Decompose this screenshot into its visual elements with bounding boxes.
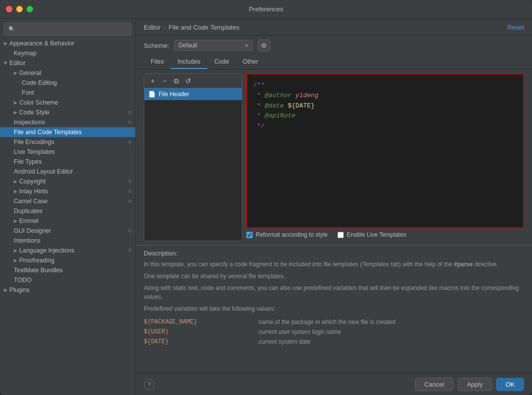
content-header: Editor › File and Code Templates Reset (136, 19, 532, 36)
apply-button[interactable]: Apply (458, 378, 493, 391)
tab-includes[interactable]: Includes (170, 55, 207, 69)
window-title: Preferences (249, 5, 283, 13)
copy-template-button[interactable]: ⧉ (171, 76, 182, 86)
sidebar-item-intentions[interactable]: Intentions (0, 236, 135, 246)
sidebar-item-camel-case[interactable]: Camel Case ⧉ (0, 196, 135, 206)
description-para-2: Along with static text, code and comment… (144, 284, 524, 301)
copy-icon: ⧉ (128, 228, 132, 234)
help-button[interactable]: ? (144, 379, 155, 390)
sidebar-item-color-scheme[interactable]: ▶ Color Scheme (0, 98, 135, 108)
sidebar-item-keymap[interactable]: Keymap (0, 48, 135, 58)
sidebar-item-font[interactable]: Font (0, 88, 135, 98)
sidebar-item-android-layout-editor[interactable]: Android Layout Editor (0, 167, 135, 177)
search-input[interactable] (18, 26, 127, 33)
sidebar-item-label: Plugins (9, 287, 30, 293)
sidebar-item-label: File Encodings (14, 139, 54, 145)
variable-name: ${USER} (144, 327, 259, 337)
sidebar-item-label: Copyright (19, 178, 46, 185)
scheme-select[interactable]: Default Project (174, 40, 253, 51)
copy-icon: ⧉ (128, 109, 132, 115)
code-line: * @apiNote (253, 111, 517, 121)
gear-button[interactable]: ⚙ (258, 39, 270, 51)
sidebar-item-live-templates[interactable]: Live Templates (0, 147, 135, 157)
breadcrumb-current: File and Code Templates (168, 24, 239, 31)
sidebar-item-label: Inspections (14, 119, 45, 126)
tab-code[interactable]: Code (207, 55, 236, 69)
sidebar-item-gui-designer[interactable]: GUI Designer ⧉ (0, 226, 135, 236)
remove-template-button[interactable]: − (159, 76, 170, 86)
tab-other[interactable]: Other (236, 55, 265, 69)
copy-icon: ⧉ (128, 119, 132, 125)
reformat-checkbox[interactable] (246, 232, 253, 238)
sidebar-item-todo[interactable]: TODO (0, 275, 135, 285)
variable-desc: current system date (259, 337, 524, 347)
chevron-icon: ▶ (4, 287, 7, 292)
sidebar-item-emmet[interactable]: ▶ Emmet (0, 216, 135, 226)
reformat-option: Reformat according to style (246, 231, 328, 238)
cancel-button[interactable]: Cancel (415, 378, 453, 391)
chevron-icon: ▶ (14, 71, 17, 75)
sidebar-item-label: Code Style (19, 109, 49, 116)
editor-area: + − ⧉ ↺ 📄 File Header /** (136, 70, 532, 245)
scheme-select-wrapper: Default Project ▼ (174, 40, 253, 51)
chevron-icon: ▶ (3, 62, 8, 65)
minimize-button[interactable] (16, 6, 23, 12)
file-icon: 📄 (148, 91, 156, 98)
variable-name: ${DATE} (144, 337, 259, 347)
code-line: /** (253, 80, 517, 91)
sidebar-item-label: Color Scheme (19, 99, 58, 106)
search-box[interactable]: 🔍 (4, 23, 132, 36)
sidebar-item-label: Intentions (14, 237, 40, 244)
template-item-file-header[interactable]: 📄 File Header (144, 88, 242, 100)
sidebar-item-code-style[interactable]: ▶ Code Style ⧉ (0, 108, 135, 117)
main-area: 🔍 ▶ Appearance & Behavior Keymap ▶ Edito… (0, 19, 532, 395)
sidebar-item-label: TODO (14, 277, 32, 284)
live-templates-checkbox[interactable] (337, 232, 344, 238)
sidebar-item-editor[interactable]: ▶ Editor (0, 58, 135, 68)
ok-button[interactable]: OK (496, 378, 524, 391)
footer: ? Cancel Apply OK (136, 373, 532, 395)
chevron-icon: ▶ (14, 100, 17, 105)
sidebar-item-label: Font (22, 89, 34, 96)
sidebar: 🔍 ▶ Appearance & Behavior Keymap ▶ Edito… (0, 19, 136, 395)
sidebar-item-appearance-behavior[interactable]: ▶ Appearance & Behavior (0, 38, 135, 48)
code-panel: /** * @author yideng * @date ${DATE} * @… (246, 73, 524, 241)
sidebar-item-general[interactable]: ▶ General (0, 68, 135, 78)
sidebar-item-proofreading[interactable]: ▶ Proofreading (0, 255, 135, 265)
content-panel: Editor › File and Code Templates Reset S… (136, 19, 532, 395)
sidebar-item-inspections[interactable]: Inspections ⧉ (0, 117, 135, 127)
copy-icon: ⧉ (128, 248, 132, 253)
reset-button[interactable]: Reset (507, 24, 524, 31)
tab-files[interactable]: Files (144, 55, 170, 69)
live-templates-label: Enable Live Templates (347, 231, 406, 238)
sidebar-item-label: Inlay Hints (19, 188, 48, 195)
close-button[interactable] (6, 6, 12, 12)
sidebar-item-duplicates[interactable]: Duplicates (0, 206, 135, 216)
sidebar-item-plugins[interactable]: ▶ Plugins (0, 285, 135, 295)
chevron-icon: ▶ (14, 179, 17, 184)
reset-template-button[interactable]: ↺ (183, 76, 194, 86)
code-editor[interactable]: /** * @author yideng * @date ${DATE} * @… (246, 73, 524, 228)
sidebar-item-code-editing[interactable]: Code Editing (0, 78, 135, 88)
description-para-0: In this template, you can specify a code… (144, 260, 524, 269)
sidebar-item-language-injections[interactable]: ▶ Language Injections ⧉ (0, 246, 135, 255)
sidebar-item-label: File and Code Templates (14, 129, 82, 136)
sidebar-item-copyright[interactable]: ▶ Copyright ⧉ (0, 177, 135, 186)
sidebar-item-label: Keymap (14, 50, 36, 57)
sidebar-item-textmate-bundles[interactable]: TextMate Bundles (0, 265, 135, 275)
copy-icon: ⧉ (128, 139, 132, 145)
table-row: ${DATE} current system date (144, 337, 524, 347)
sidebar-item-file-code-templates[interactable]: File and Code Templates ⧉ (0, 127, 135, 137)
breadcrumb-separator: › (164, 24, 166, 31)
sidebar-item-file-types[interactable]: File Types (0, 157, 135, 167)
description-para-3: Predefined variables will take the follo… (144, 304, 524, 313)
maximize-button[interactable] (27, 6, 33, 12)
sidebar-item-label: Android Layout Editor (14, 168, 73, 175)
add-template-button[interactable]: + (147, 76, 158, 86)
sidebar-item-file-encodings[interactable]: File Encodings ⧉ (0, 137, 135, 147)
code-line: */ (253, 121, 517, 132)
code-line: * @date ${DATE} (253, 101, 517, 111)
sidebar-item-label: Editor (9, 60, 26, 67)
sidebar-item-inlay-hints[interactable]: ▶ Inlay Hints ⧉ (0, 186, 135, 196)
footer-buttons: Cancel Apply OK (415, 378, 524, 391)
